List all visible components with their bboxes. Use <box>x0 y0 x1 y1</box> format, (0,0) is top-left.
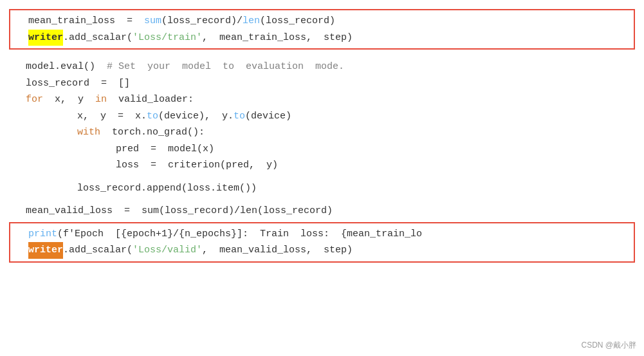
code-text: .add_scalar( <box>63 242 133 259</box>
watermark: CSDN @戴小胖 <box>581 340 636 351</box>
code-text: (loss_record)/ <box>161 13 243 30</box>
code-text: loss_record = [] <box>26 75 130 92</box>
code-line: loss_record = [] <box>0 75 644 92</box>
code-line: with torch.no_grad(): <box>0 124 644 141</box>
code-line: mean_valid_loss = sum(loss_record)/len(l… <box>0 203 644 220</box>
code-text: to <box>147 108 158 125</box>
code-line: loss = criterion(pred, y) <box>0 157 644 174</box>
code-text: (loss_record) <box>260 13 335 30</box>
spacer <box>0 196 644 203</box>
code-text: 'Loss/valid' <box>133 242 202 259</box>
code-text: # Set your model <box>107 59 223 75</box>
code-line: writer.add_scalar('Loss/train', mean_tra… <box>15 30 629 46</box>
code-line: loss_record.append(loss.item()) <box>0 180 644 197</box>
code-text: torch.no_grad(): <box>100 124 205 141</box>
code-text: model.eval() <box>26 59 107 75</box>
code-text: sum <box>144 13 161 30</box>
code-text: (f'Epoch [{epoch+1}/{n_epochs}]: Train l… <box>57 226 422 243</box>
code-text: , mean_valid_loss, step) <box>202 242 353 259</box>
code-text: mean_train_loss = <box>28 13 144 30</box>
code-line: writer.add_scalar('Loss/valid', mean_val… <box>15 242 629 259</box>
top-highlight-box: mean_train_loss = sum(loss_record)/len(l… <box>9 9 635 50</box>
bottom-highlight-box: print(f'Epoch [{epoch+1}/{n_epochs}]: Tr… <box>9 222 635 263</box>
code-text: valid_loader: <box>107 91 194 108</box>
code-text: evaluation mode. <box>234 59 344 75</box>
code-line: print(f'Epoch [{epoch+1}/{n_epochs}]: Tr… <box>15 226 629 243</box>
keyword-for: for <box>26 91 43 108</box>
keyword-with: with <box>77 124 100 141</box>
code-area: mean_train_loss = sum(loss_record)/len(l… <box>0 0 644 356</box>
code-text: loss_record.append(loss.item()) <box>77 180 257 197</box>
code-text: mean_valid_loss = sum(loss_record)/len(l… <box>26 203 333 220</box>
code-text: x, y = x. <box>77 108 147 125</box>
writer-highlight-orange: writer <box>28 242 63 259</box>
code-line: for x, y in valid_loader: <box>0 91 644 108</box>
code-text: .add_scalar( <box>63 30 133 46</box>
code-text: 'Loss/train' <box>133 30 202 46</box>
keyword-in: in <box>95 91 107 108</box>
code-text: print <box>28 226 57 243</box>
code-text: to <box>234 108 245 125</box>
code-text: len <box>243 13 260 30</box>
code-line: model.eval() # Set your model to evaluat… <box>0 59 644 75</box>
code-line: pred = model(x) <box>0 141 644 158</box>
code-text: x, y <box>43 91 95 108</box>
code-text: , mean_train_loss, step) <box>202 30 353 46</box>
writer-highlight: writer <box>28 30 63 46</box>
spacer <box>0 52 644 59</box>
code-text: (device), y. <box>158 108 234 125</box>
code-text: pred = model(x) <box>116 141 214 158</box>
spacer <box>0 174 644 180</box>
code-text: (device) <box>245 108 291 125</box>
code-line: mean_train_loss = sum(loss_record)/len(l… <box>15 13 629 30</box>
code-text: loss = criterion(pred, y) <box>116 157 278 174</box>
code-text: to <box>223 59 234 75</box>
code-line: x, y = x.to(device), y.to(device) <box>0 108 644 125</box>
